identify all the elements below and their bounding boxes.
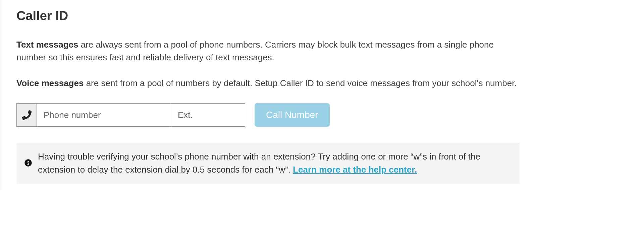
info-box: Having trouble verifying your school’s p… — [16, 143, 520, 184]
voice-messages-body: are sent from a pool of numbers by defau… — [84, 78, 517, 88]
phone-input-group — [16, 103, 245, 127]
text-messages-body: are always sent from a pool of phone num… — [16, 40, 494, 62]
info-icon — [24, 150, 32, 176]
text-messages-label: Text messages — [16, 40, 78, 50]
caller-id-form-row: Call Number — [16, 103, 628, 127]
voice-messages-label: Voice messages — [16, 78, 84, 88]
extension-input[interactable] — [171, 104, 245, 126]
text-messages-paragraph: Text messages are always sent from a poo… — [16, 39, 520, 64]
phone-icon — [17, 104, 37, 126]
phone-number-input[interactable] — [37, 104, 171, 126]
help-center-link[interactable]: Learn more at the help center. — [293, 165, 417, 175]
info-text: Having trouble verifying your school’s p… — [38, 150, 512, 176]
voice-messages-paragraph: Voice messages are sent from a pool of n… — [16, 77, 520, 90]
section-title: Caller ID — [16, 7, 628, 25]
call-number-button[interactable]: Call Number — [255, 103, 330, 127]
